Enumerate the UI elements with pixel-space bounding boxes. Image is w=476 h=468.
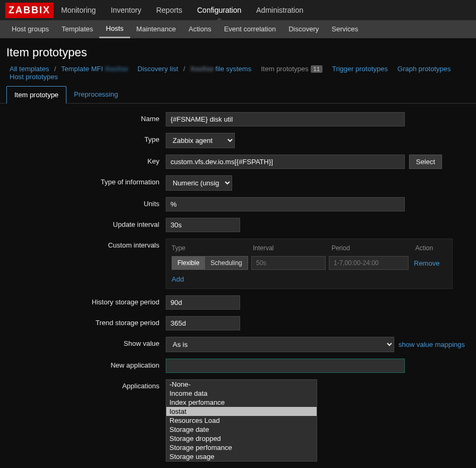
new-application-input[interactable] [166,359,405,373]
crumb-all-templates[interactable]: All templates [10,65,49,73]
subnav-discovery[interactable]: Discovery [282,20,325,38]
nav-configuration[interactable]: Configuration [190,0,249,20]
interval-add-link[interactable]: Add [172,275,184,283]
subnav-services[interactable]: Services [325,20,364,38]
nav-inventory[interactable]: Inventory [103,0,149,20]
label-trend: Trend storage period [6,316,166,327]
subnav-templates[interactable]: Templates [55,20,99,38]
label-show-value: Show value [6,337,166,347]
intervals-head-type: Type [172,244,253,252]
custom-intervals-box: Type Interval Period Action Flexible Sch… [166,239,453,289]
label-type-of-info: Type of information [6,175,166,186]
interval-remove-link[interactable]: Remove [414,259,439,267]
interval-period-input[interactable] [329,256,409,270]
item-prototype-form: Name Type Zabbix agent Key Select Type o… [0,104,476,468]
list-item[interactable]: -None- [166,380,317,389]
interval-scheduling-button[interactable]: Scheduling [205,256,248,270]
list-item[interactable]: Income data [166,389,317,398]
list-item[interactable]: Storage perfomance [166,443,317,452]
crumb-discovery-list[interactable]: Discovery list [138,65,178,73]
crumb-filesystems[interactable]: XxxXxx file systems [190,65,251,73]
top-nav: ZABBIX Monitoring Inventory Reports Conf… [0,0,476,20]
label-key: Key [6,155,166,165]
label-name: Name [6,112,166,123]
nav-monitoring[interactable]: Monitoring [54,0,103,20]
crumb-graph-prototypes[interactable]: Graph prototypes [397,65,450,73]
subnav-maintenance[interactable]: Maintenance [130,20,182,38]
breadcrumb: All templates / Template MFI XxxXxx Disc… [0,65,476,86]
show-value-select[interactable]: As is [166,337,394,352]
update-interval-input[interactable] [166,218,240,232]
intervals-head-period: Period [332,244,415,252]
trend-input[interactable] [166,316,240,330]
label-new-application: New application [6,359,166,369]
label-custom-intervals: Custom intervals [6,239,166,249]
interval-type-toggle: Flexible Scheduling [172,256,251,270]
sub-nav: Host groups Templates Hosts Maintenance … [0,20,476,38]
list-item[interactable]: Storage usage [166,452,317,461]
name-input[interactable] [166,112,405,126]
nav-administration[interactable]: Administration [249,0,311,20]
crumb-template[interactable]: Template MFI XxxXxx [61,65,128,73]
units-input[interactable] [166,197,405,211]
list-item[interactable]: Iostat [166,407,317,416]
label-units: Units [6,197,166,208]
subnav-actions[interactable]: Actions [182,20,218,38]
key-input[interactable] [166,155,405,169]
type-of-info-select[interactable]: Numeric (unsigned) [166,175,232,191]
crumb-current: Item prototypes11 [261,65,324,73]
label-type: Type [6,133,166,143]
tab-item-prototype[interactable]: Item prototype [6,86,66,104]
label-applications: Applications [6,379,166,390]
subnav-hosts[interactable]: Hosts [99,20,130,38]
nav-reports[interactable]: Reports [149,0,190,20]
tab-preprocessing[interactable]: Preprocessing [66,86,125,103]
page-title: Item prototypes [0,38,476,65]
show-value-mappings-link[interactable]: show value mappings [398,341,465,348]
form-tabs: Item prototype Preprocessing [0,86,476,104]
intervals-head-interval: Interval [253,244,332,252]
subnav-hostgroups[interactable]: Host groups [5,20,55,38]
label-history: History storage period [6,295,166,306]
label-update-interval: Update interval [6,218,166,228]
list-item[interactable]: Index perfomance [166,398,317,407]
applications-listbox[interactable]: -None-Income dataIndex perfomanceIostatR… [166,379,317,462]
interval-flexible-button[interactable]: Flexible [172,256,205,270]
history-input[interactable] [166,295,240,310]
crumb-trigger-prototypes[interactable]: Trigger prototypes [332,65,388,73]
intervals-head-action: Action [415,244,447,252]
subnav-eventcorrelation[interactable]: Event correlation [218,20,283,38]
crumb-host-prototypes[interactable]: Host prototypes [10,73,58,81]
list-item[interactable]: Storage date [166,425,317,434]
list-item[interactable]: Resources Load [166,416,317,425]
logo: ZABBIX [5,3,54,18]
type-select[interactable]: Zabbix agent [166,133,235,148]
list-item[interactable]: Storage dropped [166,434,317,443]
interval-value-input[interactable] [251,256,326,270]
select-key-button[interactable]: Select [409,155,442,169]
